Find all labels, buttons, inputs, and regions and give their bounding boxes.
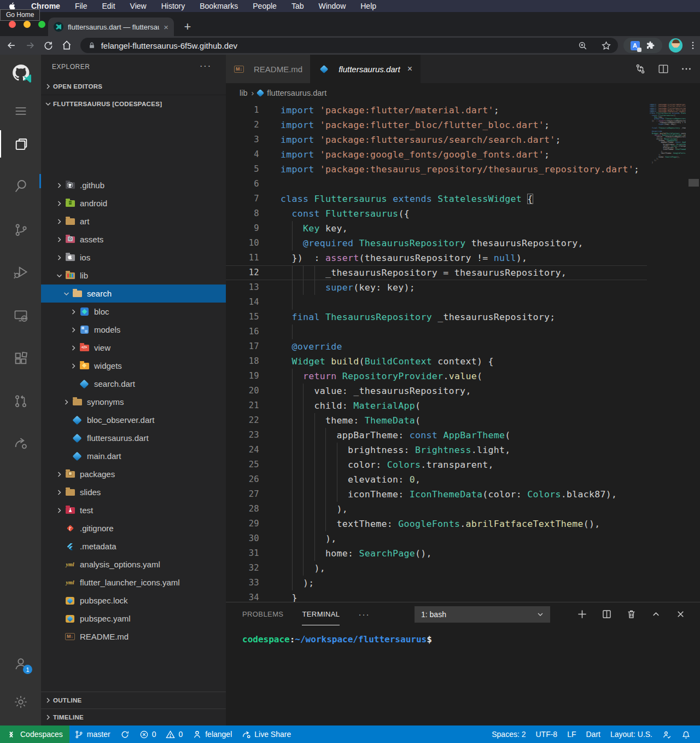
translate-extension-icon[interactable]: A — [631, 41, 640, 50]
code-line-9[interactable]: 9 Key key, — [226, 221, 647, 236]
line-number[interactable]: 16 — [226, 324, 259, 339]
line-number[interactable]: 3 — [226, 132, 259, 147]
activity-bar-item-source-control[interactable] — [0, 216, 41, 243]
menu-item-window[interactable]: Window — [318, 2, 346, 10]
code-line-26[interactable]: 26 elevation: 0, — [226, 472, 647, 487]
url-text[interactable]: felangel-fluttersaurus-6f5w.github.dev — [101, 41, 578, 50]
line-number[interactable]: 29 — [226, 516, 259, 531]
code-line-13[interactable]: 13 super(key: key); — [226, 280, 647, 295]
line-number[interactable]: 9 — [226, 221, 259, 236]
menu-item-help[interactable]: Help — [360, 2, 376, 10]
panel-tab-terminal[interactable]: TERMINAL — [302, 602, 340, 625]
split-terminal-icon[interactable] — [602, 609, 612, 619]
problems-warnings[interactable]: 0 — [161, 725, 188, 743]
remote-indicator[interactable]: Codespaces — [0, 725, 69, 743]
code-line-1[interactable]: 1import 'package:flutter/material.dart'; — [226, 103, 647, 118]
feedback-button[interactable] — [657, 725, 676, 743]
tree-item-flutter-launcher-icons-yaml[interactable]: ymlflutter_launcher_icons.yaml — [41, 573, 226, 591]
line-number[interactable]: 6 — [226, 177, 259, 191]
chevron-down-icon[interactable] — [54, 271, 65, 280]
line-number[interactable]: 5 — [226, 162, 259, 177]
code-line-5[interactable]: 5import 'package:thesaurus_repository/th… — [226, 162, 647, 177]
code-line-7[interactable]: 7class Fluttersaurus extends StatelessWi… — [226, 191, 647, 206]
menu-item-people[interactable]: People — [253, 2, 277, 10]
activity-bar-item-remote-explorer[interactable] — [0, 302, 41, 329]
tree-item-synonyms[interactable]: synonyms — [41, 393, 226, 411]
tree-item-analysis-options-yaml[interactable]: ymlanalysis_options.yaml — [41, 555, 226, 573]
terminal-selector[interactable]: 1: bash — [415, 606, 550, 623]
forward-icon[interactable] — [23, 38, 37, 53]
chevron-right-icon[interactable] — [68, 362, 79, 370]
menu-item-edit[interactable]: Edit — [102, 2, 115, 10]
line-number[interactable]: 30 — [226, 531, 259, 546]
tree-item-bloc-observer-dart[interactable]: bloc_observer.dart — [41, 411, 226, 429]
zoom-window-button[interactable] — [38, 21, 45, 28]
profile-avatar[interactable] — [669, 38, 683, 53]
browser-tab[interactable]: fluttersaurus.dart — fluttersaur × — [48, 18, 174, 36]
code-line-25[interactable]: 25 color: Colors.transparent, — [226, 457, 647, 472]
tree-item-pubspec-yaml[interactable]: pubspec.yaml — [41, 610, 226, 628]
code-line-17[interactable]: 17 @override — [226, 339, 647, 354]
tree-item-art[interactable]: art — [41, 212, 226, 230]
menu-item-history[interactable]: History — [161, 2, 185, 10]
new-terminal-icon[interactable] — [577, 609, 587, 619]
maximize-panel-chevron-icon[interactable] — [651, 609, 661, 619]
project-section-header[interactable]: FLUTTERSAURUS [CODESPACES] — [41, 95, 226, 113]
line-number[interactable]: 1 — [226, 103, 259, 118]
line-number[interactable]: 11 — [226, 251, 259, 265]
tree-item-assets[interactable]: assets — [41, 230, 226, 248]
code-line-27[interactable]: 27 iconTheme: IconThemeData(color: Color… — [226, 487, 647, 502]
menu-item-view[interactable]: View — [130, 2, 147, 10]
activity-bar-item-github-pull-request[interactable] — [0, 387, 41, 415]
activity-bar-item-settings[interactable] — [0, 688, 41, 716]
sync-button[interactable] — [115, 725, 135, 743]
chevron-right-icon[interactable] — [54, 470, 65, 479]
line-number[interactable]: 4 — [226, 147, 259, 162]
live-share-status[interactable]: Live Share — [237, 725, 296, 743]
code-line-16[interactable]: 16 — [226, 324, 647, 339]
new-tab-button[interactable]: + — [180, 20, 195, 34]
line-number[interactable]: 14 — [226, 295, 259, 310]
editor-scrollbar[interactable] — [689, 179, 699, 187]
line-number[interactable]: 17 — [226, 339, 259, 354]
code-line-28[interactable]: 28 ), — [226, 502, 647, 516]
code-line-32[interactable]: 32 ), — [226, 561, 647, 576]
line-number[interactable]: 7 — [226, 191, 259, 206]
tree-item-models[interactable]: models — [41, 321, 226, 339]
tree-item--gitignore[interactable]: .gitignore — [41, 519, 226, 537]
line-number[interactable]: 2 — [226, 118, 259, 132]
line-number[interactable]: 31 — [226, 546, 259, 561]
line-number[interactable]: 22 — [226, 413, 259, 428]
panel-more-actions-icon[interactable]: ··· — [358, 610, 370, 619]
reload-icon[interactable] — [41, 38, 55, 53]
tree-item-pubspec-lock[interactable]: pubspec.lock — [41, 591, 226, 610]
outline-section[interactable]: OUTLINE — [41, 692, 226, 709]
tab-close-icon[interactable]: × — [407, 64, 412, 74]
activity-bar-item-codespaces-logo[interactable] — [0, 59, 41, 86]
activity-bar-item-explorer[interactable] — [0, 130, 41, 158]
line-number[interactable]: 19 — [226, 369, 259, 384]
code-line-2[interactable]: 2import 'package:flutter_bloc/flutter_bl… — [226, 118, 647, 132]
line-number[interactable]: 23 — [226, 428, 259, 443]
bookmark-star-icon[interactable] — [601, 40, 611, 51]
minimap[interactable]: import 'package:flutter/material.dart';i… — [650, 104, 686, 164]
tree-item-ios[interactable]: ios — [41, 248, 226, 266]
breadcrumb[interactable]: lib › fluttersaurus.dart — [226, 83, 700, 103]
tree-item-view[interactable]: </>view — [41, 339, 226, 357]
notifications-bell[interactable] — [676, 725, 696, 743]
code-line-4[interactable]: 4import 'package:google_fonts/google_fon… — [226, 147, 647, 162]
activity-bar-item-run-debug[interactable] — [0, 258, 41, 286]
line-number[interactable]: 20 — [226, 384, 259, 398]
tree-item-fluttersaurus-dart[interactable]: fluttersaurus.dart — [41, 429, 226, 447]
chevron-right-icon[interactable] — [54, 217, 65, 226]
line-number[interactable]: 10 — [226, 236, 259, 251]
code-line-12[interactable]: 12 _thesaurusRepository = thesaurusRepos… — [226, 265, 647, 280]
tree-item-android[interactable]: android — [41, 194, 226, 212]
line-number[interactable]: 12 — [226, 266, 259, 280]
close-window-button[interactable] — [9, 21, 16, 28]
code-line-20[interactable]: 20 value: _thesaurusRepository, — [226, 384, 647, 398]
activity-bar-item-extensions[interactable] — [0, 345, 41, 372]
menu-item-file[interactable]: File — [75, 2, 88, 10]
menu-item-bookmarks[interactable]: Bookmarks — [200, 2, 238, 10]
layout-indicator[interactable]: Layout: U.S. — [605, 725, 657, 743]
